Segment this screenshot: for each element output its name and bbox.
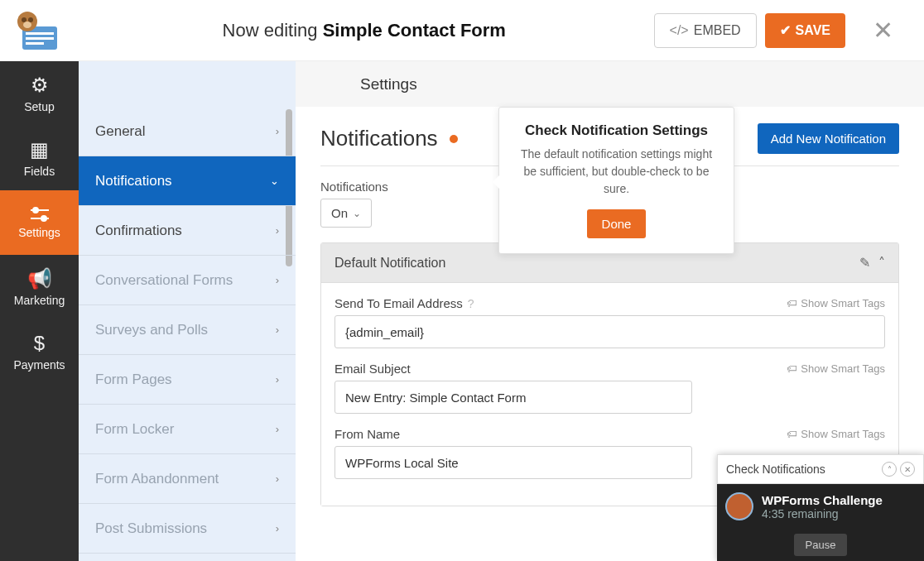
challenge-header: Check Notifications ˄ ✕ bbox=[717, 454, 924, 484]
sidebar-item-surveys[interactable]: Surveys and Polls› bbox=[79, 305, 296, 355]
editing-prefix: Now editing bbox=[223, 20, 323, 41]
side-fp-label: Form Pages bbox=[95, 372, 172, 388]
popover-arrow bbox=[493, 175, 499, 189]
challenge-body: WPForms Challenge 4:35 remaining bbox=[717, 484, 924, 529]
chevron-right-icon: › bbox=[276, 522, 279, 535]
nav-settings-label: Settings bbox=[18, 226, 60, 239]
side-survey-label: Surveys and Polls bbox=[95, 322, 208, 338]
dollar-icon: $ bbox=[34, 332, 45, 355]
send-to-label: Send To Email Address bbox=[334, 296, 463, 310]
side-notif-label: Notifications bbox=[95, 173, 172, 189]
bullhorn-icon: 📢 bbox=[27, 267, 52, 290]
challenge-title: WPForms Challenge bbox=[762, 493, 883, 507]
nav-marketing-label: Marketing bbox=[14, 294, 65, 307]
wpforms-logo-icon bbox=[12, 10, 62, 51]
sidebar-item-formpages[interactable]: Form Pages› bbox=[79, 355, 296, 405]
pause-button[interactable]: Pause bbox=[794, 534, 848, 556]
chevron-right-icon: › bbox=[276, 324, 279, 336]
add-notification-button[interactable]: Add New Notification bbox=[758, 123, 899, 154]
side-conf-label: Confirmations bbox=[95, 223, 182, 239]
sidebar-item-confirmations[interactable]: Confirmations› bbox=[79, 206, 296, 256]
edit-icon[interactable]: ✎ bbox=[859, 255, 870, 271]
collapse-icon[interactable]: ˄ bbox=[878, 255, 885, 271]
app-logo bbox=[0, 0, 75, 61]
section-title-text: Notifications bbox=[320, 126, 438, 151]
section-title: Notifications bbox=[320, 126, 458, 151]
subject-input[interactable] bbox=[334, 381, 692, 414]
sidebar-item-notifications[interactable]: Notifications⌄ bbox=[79, 156, 296, 206]
challenge-widget: Check Notifications ˄ ✕ WPForms Challeng… bbox=[717, 454, 924, 561]
embed-button[interactable]: </> EMBED bbox=[654, 13, 757, 48]
popover-body: The default notification settings might … bbox=[514, 146, 719, 198]
nav-payments-label: Payments bbox=[13, 358, 65, 372]
smart-tags-link[interactable]: 🏷Show Smart Tags bbox=[787, 362, 885, 375]
gear-icon: ⚙ bbox=[31, 74, 49, 97]
field-send-to: Send To Email Address? 🏷Show Smart Tags bbox=[334, 296, 885, 348]
status-dot-icon bbox=[450, 135, 458, 143]
nav-payments[interactable]: $Payments bbox=[0, 319, 79, 384]
smart-tags-link[interactable]: 🏷Show Smart Tags bbox=[787, 428, 885, 440]
nav-marketing[interactable]: 📢Marketing bbox=[0, 255, 79, 319]
send-to-input[interactable] bbox=[334, 315, 885, 348]
smart-tags-label: Show Smart Tags bbox=[801, 297, 885, 309]
tag-icon: 🏷 bbox=[787, 362, 797, 375]
close-builder-button[interactable]: ✕ bbox=[858, 16, 907, 45]
chevron-right-icon: › bbox=[276, 274, 279, 286]
chevron-right-icon: › bbox=[276, 224, 279, 237]
sidebar-item-conversational[interactable]: Conversational Forms› bbox=[79, 256, 296, 305]
from-input[interactable] bbox=[334, 446, 692, 479]
subject-label: Email Subject bbox=[334, 362, 411, 376]
page-title: Now editing Simple Contact Form bbox=[75, 20, 654, 41]
nav-setup-label: Setup bbox=[24, 100, 55, 113]
check-icon: ✔ bbox=[780, 22, 791, 38]
close-button[interactable]: ✕ bbox=[900, 462, 915, 477]
svg-point-10 bbox=[33, 208, 38, 213]
challenge-header-text: Check Notifications bbox=[726, 463, 825, 476]
svg-rect-2 bbox=[26, 37, 54, 40]
popover-title: Check Notification Settings bbox=[514, 122, 719, 139]
svg-point-7 bbox=[23, 22, 31, 28]
sliders-icon bbox=[29, 206, 51, 223]
panel-title: Default Notification bbox=[334, 256, 445, 271]
challenge-time: 4:35 remaining bbox=[762, 507, 883, 520]
chevron-right-icon: › bbox=[276, 373, 279, 386]
avatar-icon bbox=[725, 492, 753, 520]
save-button[interactable]: ✔ SAVE bbox=[765, 13, 845, 48]
tag-icon: 🏷 bbox=[787, 297, 797, 309]
smart-tags-label2: Show Smart Tags bbox=[801, 362, 885, 375]
code-icon: </> bbox=[670, 23, 689, 38]
help-icon[interactable]: ? bbox=[468, 297, 474, 310]
svg-rect-1 bbox=[26, 32, 54, 35]
nav-fields-label: Fields bbox=[24, 165, 55, 178]
smart-tags-link[interactable]: 🏷Show Smart Tags bbox=[787, 297, 885, 309]
chevron-down-icon: ⌄ bbox=[353, 208, 361, 219]
tag-icon: 🏷 bbox=[787, 428, 797, 440]
embed-label: EMBED bbox=[694, 23, 741, 38]
chevron-right-icon: › bbox=[276, 125, 279, 137]
minimize-button[interactable]: ˄ bbox=[882, 462, 897, 477]
popover-done-button[interactable]: Done bbox=[587, 209, 647, 238]
sidebar-item-abandonment[interactable]: Form Abandonment› bbox=[79, 454, 296, 504]
smart-tags-label3: Show Smart Tags bbox=[801, 428, 885, 440]
toggle-value: On bbox=[331, 206, 348, 220]
nav-setup[interactable]: ⚙Setup bbox=[0, 61, 79, 126]
svg-rect-3 bbox=[26, 42, 44, 45]
field-subject: Email Subject 🏷Show Smart Tags bbox=[334, 362, 885, 414]
form-name: Simple Contact Form bbox=[323, 20, 506, 41]
svg-point-5 bbox=[22, 17, 26, 22]
notifications-toggle-select[interactable]: On ⌄ bbox=[320, 199, 372, 228]
nav-settings[interactable]: Settings bbox=[0, 190, 79, 255]
sidebar-item-postsub[interactable]: Post Submissions› bbox=[79, 504, 296, 554]
sidebar-item-general[interactable]: General› bbox=[79, 107, 296, 156]
save-label: SAVE bbox=[796, 23, 830, 38]
notification-popover: Check Notification Settings The default … bbox=[498, 107, 734, 254]
challenge-footer: Pause bbox=[717, 529, 924, 561]
top-bar: Now editing Simple Contact Form </> EMBE… bbox=[0, 0, 924, 61]
from-label: From Name bbox=[334, 427, 400, 441]
chevron-right-icon: › bbox=[276, 423, 279, 435]
side-conv-label: Conversational Forms bbox=[95, 272, 233, 289]
sidebar-item-formlocker[interactable]: Form Locker› bbox=[79, 405, 296, 454]
chevron-right-icon: › bbox=[276, 472, 279, 485]
nav-fields[interactable]: ▦Fields bbox=[0, 126, 79, 190]
svg-point-6 bbox=[28, 17, 33, 22]
